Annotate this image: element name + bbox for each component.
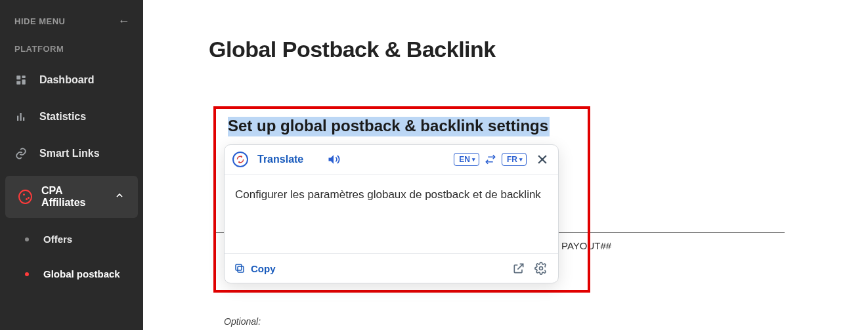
main-content: Global Postback & Backlink PAYOUT## Opti… (143, 0, 868, 330)
source-language-button[interactable]: EN ▾ (454, 153, 479, 166)
link-icon (14, 147, 28, 160)
copy-label: Copy (251, 263, 276, 274)
svg-rect-1 (22, 75, 26, 78)
close-button[interactable] (536, 153, 549, 166)
sidebar-item-label: Smart Links (39, 148, 100, 159)
sidebar-item-label: Offers (43, 234, 72, 245)
page-title: Global Postback & Backlink (209, 37, 868, 62)
bullet-active-icon (25, 272, 29, 276)
svg-rect-3 (16, 81, 20, 85)
sidebar-item-label: Statistics (39, 111, 86, 123)
sidebar-item-label: Dashboard (39, 74, 95, 86)
svg-rect-4 (17, 116, 18, 121)
optional-label: Optional: (224, 316, 261, 327)
dashboard-icon (14, 73, 28, 87)
copy-button[interactable]: Copy (234, 262, 276, 274)
translate-footer: Copy (225, 253, 558, 283)
sidebar-item-cpa-affiliates[interactable]: CPA Affiliates (5, 176, 138, 218)
sidebar-item-label: CPA Affiliates (41, 185, 105, 209)
target-language-code: FR (507, 155, 517, 164)
annotation-highlight-box: Set up global postback & backlink settin… (213, 106, 590, 293)
hide-menu-label: HIDE MENU (14, 16, 65, 26)
translation-text: Configurer les paramètres globaux de pos… (225, 175, 558, 253)
source-language-code: EN (459, 155, 470, 164)
statistics-icon (14, 110, 28, 123)
sidebar-item-label: Global postback (43, 268, 120, 279)
sidebar-section-platform: PLATFORM (0, 37, 143, 62)
svg-rect-5 (20, 113, 22, 121)
translate-popup: Translate EN ▾ (224, 144, 559, 283)
chevron-down-icon: ▾ (519, 156, 523, 163)
translate-label[interactable]: Translate (257, 154, 303, 165)
svg-rect-6 (23, 117, 24, 121)
sidebar-item-smart-links[interactable]: Smart Links (0, 135, 143, 172)
speaker-icon[interactable] (327, 153, 340, 166)
translate-header: Translate EN ▾ (225, 145, 558, 175)
affiliates-icon (18, 190, 32, 204)
svg-point-14 (540, 267, 543, 270)
settings-button[interactable] (533, 260, 549, 276)
svg-rect-0 (16, 75, 20, 79)
chevron-down-icon: ▾ (472, 156, 475, 163)
sidebar-item-offers[interactable]: Offers (0, 222, 143, 257)
sidebar: HIDE MENU ← PLATFORM Dashboard Statistic… (0, 0, 143, 330)
open-external-button[interactable] (511, 260, 527, 276)
swap-languages-button[interactable] (485, 154, 496, 165)
section-heading: Set up global postback & backlink settin… (228, 117, 550, 136)
sidebar-item-dashboard[interactable]: Dashboard (0, 62, 143, 98)
svg-rect-12 (238, 266, 244, 272)
arrow-left-icon: ← (118, 14, 131, 28)
translate-brand-icon (232, 152, 248, 167)
sidebar-item-global-postback[interactable]: Global postback (0, 257, 143, 291)
sidebar-item-statistics[interactable]: Statistics (0, 98, 143, 135)
hide-menu-toggle[interactable]: HIDE MENU ← (0, 8, 143, 37)
svg-marker-7 (329, 155, 334, 163)
bullet-icon (25, 237, 29, 241)
svg-rect-13 (236, 264, 242, 270)
svg-rect-2 (22, 79, 26, 85)
target-language-button[interactable]: FR ▾ (502, 153, 527, 166)
chevron-up-icon (114, 190, 125, 203)
